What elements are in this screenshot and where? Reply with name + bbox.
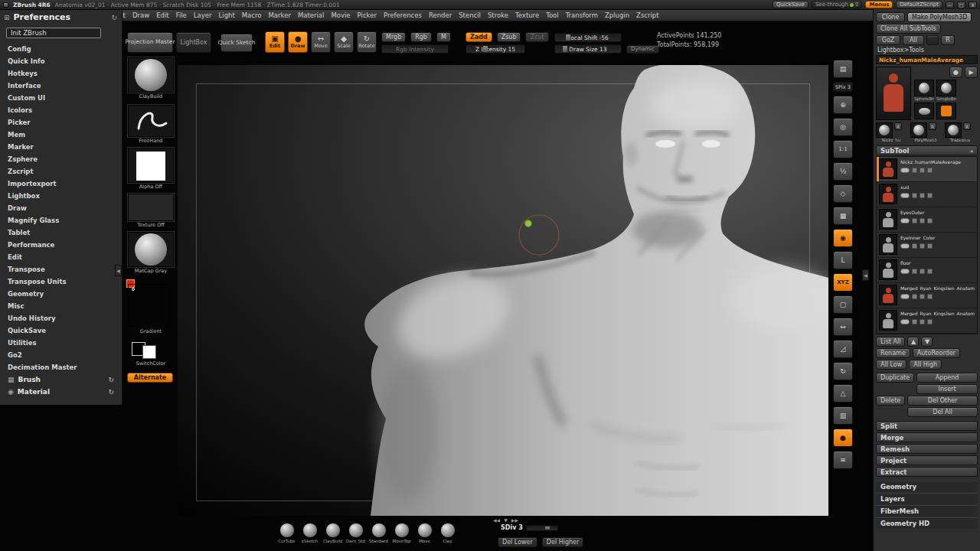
brush-shortcut[interactable]: CurTube <box>277 523 296 543</box>
preferences-item[interactable]: Hotkeys <box>0 67 122 80</box>
scale-mode-button[interactable]: ◆ Scale <box>334 31 354 53</box>
see-through-button[interactable]: See-through 0 <box>812 1 863 8</box>
duplicate-button[interactable]: Duplicate <box>876 373 914 383</box>
init-zbrush-button[interactable]: Init ZBrush <box>6 28 101 38</box>
all-low-button[interactable]: All Low <box>876 360 906 370</box>
maximize-button[interactable]: □ <box>957 2 965 8</box>
floor[interactable]: floor <box>877 258 977 283</box>
quick-pick-tool[interactable]: R Nickz_hu <box>876 122 906 142</box>
panel-divider-handle[interactable]: ◀ <box>862 269 869 281</box>
EyesOuter[interactable]: EyesOuter <box>877 207 977 233</box>
subtool-section[interactable]: Split <box>876 421 978 431</box>
preferences-item[interactable]: Edit <box>0 251 122 263</box>
z-intensity-slider[interactable]: Z Intensity 15 <box>466 44 525 54</box>
autoreorder-button[interactable]: AutoReorder <box>913 348 960 358</box>
r-toggle[interactable]: R <box>894 122 902 130</box>
polypaint-icon[interactable] <box>912 319 917 324</box>
Merged_Ryan_Kingslien_Anatomy_[interactable]: Merged_Ryan_Kingslien_Anatomy_ <box>877 283 977 308</box>
uv-icon[interactable] <box>920 218 925 223</box>
rename-button[interactable]: Rename <box>876 348 910 358</box>
visibility-eye-icon[interactable] <box>900 168 910 173</box>
del-lower-button[interactable]: Del Lower <box>498 537 537 547</box>
polypaint-icon[interactable] <box>912 294 917 299</box>
focal-shift-slider[interactable]: Focal Shift -56 <box>554 33 622 42</box>
preferences-item[interactable]: Geometry <box>0 288 122 300</box>
uv-icon[interactable] <box>920 193 925 198</box>
polypaint-icon[interactable] <box>912 269 917 274</box>
primary-color-swatch[interactable] <box>142 345 156 359</box>
preferences-item[interactable]: Zsphere <box>0 153 122 165</box>
r-toggle[interactable]: R <box>963 122 971 130</box>
scroll-icon[interactable]: ⊕ <box>833 96 853 114</box>
menu-item[interactable]: Draw <box>129 10 152 21</box>
edit-icon[interactable] <box>927 193 933 198</box>
current-brush-thumbnail[interactable] <box>128 57 174 93</box>
polypaint-icon[interactable] <box>912 193 917 198</box>
zsub-button[interactable]: Zsub <box>497 32 521 42</box>
subtool-up-button[interactable]: ▲ <box>907 337 919 347</box>
edit-icon[interactable] <box>927 243 933 249</box>
polypaint-icon[interactable] <box>912 168 917 173</box>
material-thumbnail[interactable] <box>128 232 174 267</box>
r-toggle[interactable]: R <box>929 122 936 130</box>
aa-half-icon[interactable]: ½ <box>833 162 853 181</box>
polyframe-icon[interactable]: △ <box>833 384 853 403</box>
lsym-icon[interactable]: L <box>833 251 853 269</box>
solo-icon[interactable]: ● <box>833 429 853 447</box>
preferences-item[interactable]: Interface <box>0 80 122 92</box>
palette-header[interactable]: Geometry <box>876 481 978 492</box>
slider-handle[interactable] <box>483 46 488 52</box>
alpha-thumbnail[interactable] <box>128 148 174 183</box>
switch-color-control[interactable] <box>132 342 167 359</box>
preferences-item[interactable]: Mem <box>0 129 122 141</box>
append-button[interactable]: Append <box>916 373 978 383</box>
edit-icon[interactable] <box>927 218 933 223</box>
color-picker[interactable] <box>128 284 171 327</box>
del-higher-button[interactable]: Del Higher <box>542 537 583 547</box>
slider-handle[interactable] <box>545 527 550 530</box>
rgb-intensity-slider[interactable]: Rgb Intensity <box>381 44 449 54</box>
clone-all-subtools-button[interactable]: Clone All SubTools <box>876 24 941 34</box>
draw-mode-button[interactable]: ● Draw <box>288 31 308 53</box>
preferences-item[interactable]: Transpose <box>0 263 122 276</box>
goz-button[interactable]: GoZ <box>876 35 900 45</box>
quick-pick-tool[interactable]: R Trapezius <box>945 122 975 142</box>
m-button[interactable]: M <box>436 32 451 42</box>
simple-brush-icon[interactable]: ● <box>949 67 962 78</box>
menu-item[interactable]: Picker <box>354 10 380 21</box>
make-polymesh3d-button[interactable]: Make PolyMesh3D <box>907 12 972 22</box>
persp-icon[interactable]: ◇ <box>833 184 853 203</box>
del-all-button[interactable]: Del All <box>907 407 978 417</box>
xud[interactable]: xud <box>877 182 977 207</box>
edit-mode-button[interactable]: ▣ Edit <box>265 31 285 53</box>
minimize-button[interactable]: — <box>946 2 954 8</box>
menu-item[interactable]: Edit <box>153 10 172 21</box>
dynamic-toggle[interactable]: Dynamic <box>626 45 659 54</box>
default-zscript-button[interactable]: DefaultZScript <box>896 1 942 8</box>
preferences-item[interactable]: Custom UI <box>0 92 122 104</box>
menu-item[interactable]: Zscript <box>633 10 662 21</box>
del-other-button[interactable]: Del Other <box>907 396 978 406</box>
sculpture-3d-model[interactable] <box>178 65 828 516</box>
menu-item[interactable]: Light <box>216 10 238 21</box>
zoom-icon[interactable]: ◎ <box>833 118 853 136</box>
visibility-eye-icon[interactable] <box>900 193 910 198</box>
document-canvas[interactable] <box>178 65 828 516</box>
menu-item[interactable]: Stroke <box>485 10 511 21</box>
refresh-icon[interactable]: ↻ <box>111 14 117 21</box>
brush-shortcut[interactable]: Dam_Std <box>346 523 365 543</box>
close-button[interactable]: X <box>969 2 977 8</box>
transp-icon[interactable]: ▥ <box>833 406 853 425</box>
floor-icon[interactable]: ▦ <box>833 207 853 225</box>
preferences-item[interactable]: Undo History <box>0 312 122 324</box>
document-icon[interactable]: ▤ <box>833 60 853 78</box>
Nickz_humanMaleAverage[interactable]: Nickz_humanMaleAverage <box>877 157 977 182</box>
slider-handle[interactable] <box>566 34 570 41</box>
draw-size-slider[interactable]: Draw Size 13 <box>554 44 622 54</box>
palette-header[interactable]: Geometry HD <box>876 517 978 529</box>
preferences-item[interactable]: Tablet <box>0 227 122 239</box>
rotate-icon[interactable]: ↻ <box>833 362 853 380</box>
goz-r-button[interactable]: R <box>941 35 955 45</box>
panel-divider-handle[interactable]: ◀ <box>115 265 122 276</box>
scale-icon[interactable]: ◿ <box>833 340 853 358</box>
